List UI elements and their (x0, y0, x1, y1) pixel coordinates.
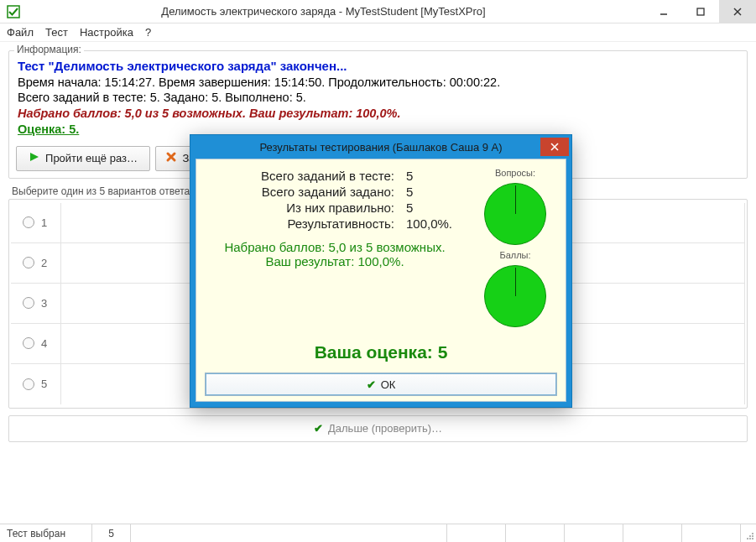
option-num: 3 (41, 297, 47, 310)
option-num: 5 (41, 378, 47, 390)
option-num: 4 (41, 337, 47, 350)
grade-line: Ваша оценка: 5 (205, 342, 557, 362)
next-button[interactable]: ✔ Дальше (проверить)… (8, 415, 748, 442)
status-cell (565, 524, 623, 542)
maximize-button[interactable] (682, 0, 719, 23)
menu-settings[interactable]: Настройка (80, 26, 133, 39)
dialog-close-button[interactable] (540, 138, 569, 156)
info-score: Набрано баллов: 5,0 из 5 возможных. Ваш … (18, 106, 738, 122)
option-num: 1 (41, 216, 47, 229)
stat-perf-val: 100,0%. (406, 216, 465, 231)
option-num: 2 (41, 257, 47, 269)
radio-icon (23, 216, 34, 228)
stat-correct-val: 5 (406, 201, 465, 215)
svg-point-8 (752, 535, 753, 537)
score-line-1: Набрано баллов: 5,0 из 5 возможных. (205, 240, 465, 254)
svg-point-11 (752, 533, 753, 534)
pie-points (484, 265, 546, 327)
radio-icon (23, 257, 34, 268)
status-cell (506, 524, 565, 542)
stat-total-label: Всего заданий в тесте: (205, 169, 394, 183)
pie-points-label: Баллы: (499, 250, 530, 260)
svg-point-7 (749, 538, 751, 539)
retry-label: Пройти ещё раз… (45, 152, 138, 164)
window-title: Делимость электрического заряда - MyTest… (2, 5, 645, 18)
ok-button[interactable]: ✔ ОК (205, 373, 557, 396)
svg-point-9 (747, 538, 748, 539)
check-icon: ✔ (367, 378, 376, 391)
radio-icon (23, 337, 34, 349)
menu-test[interactable]: Тест (45, 26, 68, 39)
status-test: Тест выбран (0, 524, 92, 542)
menu-file[interactable]: Файл (7, 26, 34, 39)
status-cell (623, 524, 682, 542)
stat-correct-label: Из них правильно: (205, 201, 394, 215)
radio-icon (23, 378, 34, 390)
info-time: Время начала: 15:14:27. Время завершения… (18, 75, 738, 91)
results-dialog: Результаты тестирования (Башлаков Саша 9… (190, 134, 572, 408)
status-cell (682, 524, 741, 542)
stop-icon (165, 151, 177, 165)
info-title: Тест "Делимость электрического заряда" з… (18, 58, 738, 75)
stat-asked-val: 5 (406, 185, 465, 199)
svg-point-6 (752, 538, 753, 539)
svg-rect-2 (697, 8, 704, 15)
check-icon: ✔ (314, 422, 323, 435)
pie-questions-label: Вопросы: (495, 168, 535, 178)
status-spacer (131, 524, 447, 542)
statusbar: Тест выбран 5 (0, 524, 756, 542)
score-line-2: Ваш результат: 100,0%. (205, 254, 465, 268)
pie-questions (484, 183, 546, 245)
stat-total-val: 5 (406, 169, 465, 183)
ok-label: ОК (381, 378, 396, 391)
play-icon (29, 151, 40, 165)
titlebar: Делимость электрического заряда - MyTest… (0, 0, 756, 23)
svg-point-10 (749, 535, 751, 537)
stat-perf-label: Результативность: (205, 216, 394, 231)
status-count: 5 (92, 524, 131, 542)
status-cell (447, 524, 506, 542)
retry-button[interactable]: Пройти ещё раз… (16, 146, 150, 171)
stat-asked-label: Всего заданий задано: (205, 185, 394, 199)
radio-icon (23, 297, 34, 309)
menubar: Файл Тест Настройка ? (0, 23, 756, 42)
dialog-titlebar: Результаты тестирования (Башлаков Саша 9… (190, 135, 571, 159)
info-legend: Информация: (14, 44, 84, 55)
resize-grip-icon[interactable] (741, 524, 756, 542)
menu-help[interactable]: ? (145, 26, 151, 39)
svg-marker-5 (30, 153, 39, 161)
close-button[interactable] (719, 0, 756, 23)
info-tasks: Всего заданий в тесте: 5. Задано: 5. Вып… (18, 90, 738, 106)
next-label: Дальше (проверить)… (328, 422, 442, 435)
dialog-title: Результаты тестирования (Башлаков Саша 9… (190, 135, 571, 159)
minimize-button[interactable] (645, 0, 682, 23)
